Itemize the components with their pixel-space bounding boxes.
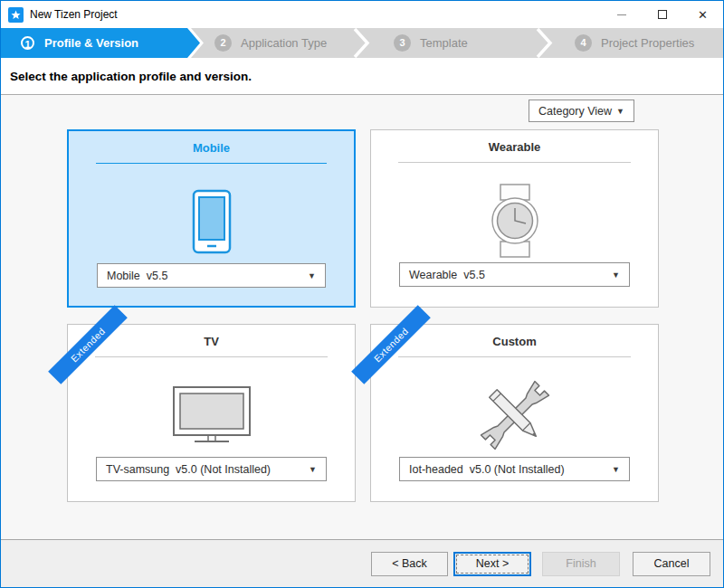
version-value: Iot-headed v5.0 (Not Installed) xyxy=(409,463,565,476)
card-title: TV xyxy=(68,335,355,348)
wizard-step-bar: 1 Profile & Version 2 Application Type 3… xyxy=(1,28,723,58)
minimize-icon xyxy=(617,14,626,15)
maximize-icon xyxy=(658,10,667,19)
step-application-type[interactable]: 2 Application Type xyxy=(214,28,327,58)
version-select-tv[interactable]: TV-samsung v5.0 (Not Installed) ▼ xyxy=(96,457,327,481)
step-number-badge: 2 xyxy=(214,34,232,52)
maximize-button[interactable] xyxy=(642,1,682,28)
finish-button[interactable]: Finish xyxy=(542,552,620,576)
version-value: Wearable v5.5 xyxy=(409,269,485,281)
category-view-label: Category View xyxy=(538,105,612,118)
card-divider xyxy=(96,163,327,164)
step-number-badge: 4 xyxy=(575,34,592,52)
tizen-logo-icon xyxy=(8,7,24,23)
version-select-wearable[interactable]: Wearable v5.5 ▼ xyxy=(399,262,630,287)
chevron-down-icon: ▼ xyxy=(309,465,317,474)
step-label: Project Properties xyxy=(601,36,694,50)
next-button[interactable]: Next > xyxy=(453,552,531,576)
version-select-mobile[interactable]: Mobile v5.5 ▼ xyxy=(97,263,326,288)
card-title: Mobile xyxy=(69,141,354,155)
profile-card-custom[interactable]: Extended Custom Iot-headed v5. xyxy=(370,324,659,502)
step-number-badge: 3 xyxy=(394,34,411,52)
card-title: Wearable xyxy=(371,140,658,154)
close-button[interactable]: ✕ xyxy=(682,1,723,28)
version-value: Mobile v5.5 xyxy=(107,270,167,282)
card-divider xyxy=(398,356,631,357)
close-icon: ✕ xyxy=(698,9,708,21)
window-title: New Tizen Project xyxy=(30,8,118,21)
step-label: Profile & Version xyxy=(44,36,138,50)
category-view-select[interactable]: Category View ▼ xyxy=(529,100,634,122)
chevron-down-icon: ▼ xyxy=(308,271,316,280)
card-title: Custom xyxy=(371,335,658,348)
chevron-down-icon: ▼ xyxy=(612,270,620,280)
tv-icon xyxy=(171,385,252,445)
tools-icon xyxy=(476,376,554,454)
step-label: Template xyxy=(420,36,468,50)
step-label: Application Type xyxy=(241,36,327,50)
step-profile-version[interactable]: 1 Profile & Version xyxy=(21,28,138,58)
wizard-footer: < Back Next > Finish Cancel xyxy=(1,539,723,587)
version-value: TV-samsung v5.0 (Not Installed) xyxy=(106,463,271,476)
card-divider xyxy=(398,162,631,163)
new-tizen-project-dialog: New Tizen Project ✕ 1 Profile & Version … xyxy=(0,0,724,588)
chevron-down-icon: ▼ xyxy=(612,465,620,474)
step-project-properties[interactable]: 4 Project Properties xyxy=(575,28,694,58)
cancel-button[interactable]: Cancel xyxy=(633,552,710,576)
back-button[interactable]: < Back xyxy=(371,552,448,576)
minimize-button[interactable] xyxy=(601,1,642,28)
step-number-badge: 1 xyxy=(21,36,34,50)
step-template[interactable]: 3 Template xyxy=(394,28,468,58)
watch-icon xyxy=(483,184,547,258)
chevron-down-icon: ▼ xyxy=(616,107,624,116)
version-select-custom[interactable]: Iot-headed v5.0 (Not Installed) ▼ xyxy=(399,457,630,481)
profile-card-tv[interactable]: Extended TV TV-samsung v5.0 (Not Install… xyxy=(67,324,356,502)
title-bar: New Tizen Project ✕ xyxy=(1,1,723,28)
profile-card-mobile[interactable]: Mobile Mobile v5.5 ▼ xyxy=(67,129,356,308)
profile-selection-panel: Category View ▼ Mobile Mobile v5.5 ▼ Wea… xyxy=(1,95,723,539)
phone-icon xyxy=(192,189,232,254)
profile-card-wearable[interactable]: Wearable Wearable v5.5 ▼ xyxy=(370,129,659,308)
card-divider xyxy=(95,356,328,357)
page-description: Select the application profile and versi… xyxy=(1,58,723,95)
